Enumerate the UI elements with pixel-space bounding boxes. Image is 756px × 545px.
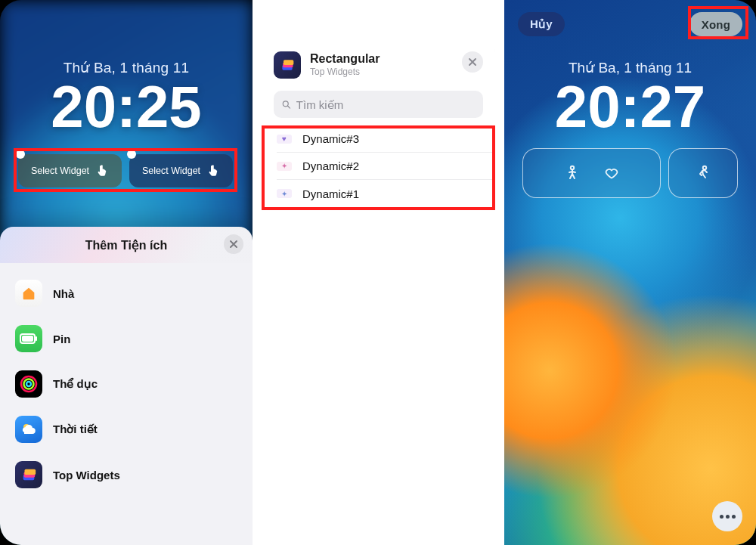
- dot-icon: [726, 515, 730, 519]
- svg-rect-12: [284, 60, 293, 65]
- widget-slot-small[interactable]: [668, 148, 738, 198]
- home-app-icon: [15, 280, 42, 307]
- search-field[interactable]: [274, 91, 483, 118]
- sheet-header: Thêm Tiện ích: [0, 227, 253, 263]
- fitness-app-icon: [15, 370, 42, 398]
- card-header: Rectangular Top Widgets: [262, 39, 495, 88]
- list-item-label: Top Widgets: [53, 469, 120, 482]
- search-input[interactable]: [296, 98, 476, 111]
- more-button[interactable]: [712, 501, 742, 531]
- svg-point-13: [283, 101, 288, 106]
- list-item-battery[interactable]: Pin: [0, 316, 253, 361]
- dot-icon: [720, 515, 723, 519]
- list-item-home[interactable]: Nhà: [0, 271, 253, 316]
- svg-rect-1: [22, 336, 33, 342]
- svg-point-15: [703, 166, 706, 169]
- widget-slot-row: [522, 148, 738, 198]
- svg-rect-2: [36, 336, 37, 341]
- annotation-highlight-list: [262, 125, 495, 210]
- widget-slot-large[interactable]: [522, 148, 661, 198]
- list-item-label: Thể dục: [53, 377, 98, 391]
- list-item-label: Thời tiết: [53, 423, 98, 436]
- battery-app-icon: [15, 325, 42, 352]
- svg-point-4: [24, 379, 34, 389]
- list-item-topwidgets[interactable]: Top Widgets: [0, 452, 253, 497]
- card-title: Rectangular: [310, 51, 453, 66]
- close-button[interactable]: [462, 51, 483, 73]
- lockscreen-time: 20:25: [0, 73, 253, 141]
- card-subtitle: Top Widgets: [310, 67, 453, 77]
- screen-1: Thứ Ba, 1 tháng 11 20:25 Select Widget S…: [0, 0, 253, 545]
- dot-icon: [732, 515, 736, 519]
- person-icon: [563, 164, 581, 182]
- cancel-button[interactable]: Hủy: [518, 12, 565, 36]
- list-item-fitness[interactable]: Thể dục: [0, 361, 253, 407]
- close-button[interactable]: [224, 234, 243, 254]
- list-item-label: Pin: [53, 333, 70, 345]
- annotation-highlight-widgets: [14, 148, 237, 192]
- sheet-title: Thêm Tiện ích: [0, 238, 253, 252]
- search-icon: [281, 99, 292, 110]
- annotation-highlight-done: [688, 6, 748, 39]
- screen-2: Rectangular Top Widgets ♥ Dynamic#3 ✦ Dy…: [253, 0, 504, 545]
- add-widget-sheet: Thêm Tiện ích Nhà Pin: [0, 227, 253, 545]
- screen-3: Hủy Xong Thứ Ba, 1 tháng 11 20:27: [504, 0, 756, 545]
- widget-picker-card: Rectangular Top Widgets ♥ Dynamic#3 ✦ Dy…: [262, 39, 495, 545]
- svg-point-14: [571, 166, 574, 169]
- close-icon: [229, 240, 238, 249]
- weather-app-icon: [15, 416, 42, 443]
- svg-rect-9: [25, 469, 36, 475]
- lockscreen-time: 20:27: [504, 73, 756, 141]
- close-icon: [468, 57, 477, 67]
- list-item-label: Nhà: [53, 287, 74, 300]
- topwidgets-app-icon: [15, 461, 42, 488]
- app-widget-list: Nhà Pin Thể dục Thời tiết: [0, 263, 253, 497]
- topwidgets-app-icon: [274, 51, 301, 79]
- list-item-weather[interactable]: Thời tiết: [0, 407, 253, 452]
- heart-icon: [604, 166, 619, 181]
- person-running-icon: [694, 164, 712, 182]
- svg-point-5: [26, 382, 31, 386]
